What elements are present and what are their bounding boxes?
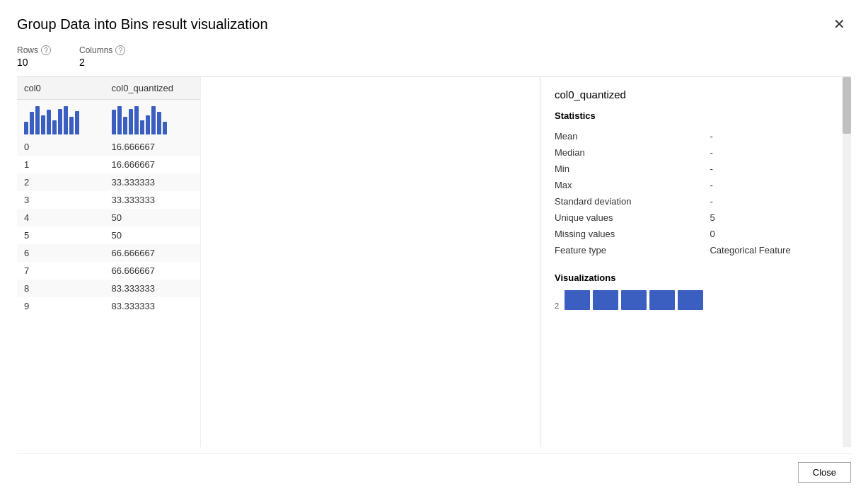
rows-label: Rows ? [17, 45, 51, 55]
stats-column-name: col0_quantized [555, 88, 837, 100]
row-value: 16.666667 [105, 156, 200, 173]
stat-label: Missing values [555, 226, 710, 242]
stat-row: Min- [555, 161, 837, 177]
viz-bar-1 [565, 290, 590, 310]
rows-value: 10 [17, 57, 51, 68]
sparkline-col0 [17, 100, 105, 139]
table-row[interactable]: 666.666667 [17, 244, 200, 262]
table-row[interactable]: 016.666667 [17, 138, 200, 156]
spark-bar [151, 106, 156, 134]
viz-label: 2 [555, 301, 559, 310]
spark-bar [24, 122, 28, 134]
stats-panel: col0_quantized Statistics Mean-Median-Mi… [540, 77, 851, 447]
scrollbar-track[interactable] [843, 77, 851, 447]
row-index: 3 [17, 191, 105, 209]
spark-bar [41, 115, 45, 134]
sparkline-col0q [105, 100, 200, 139]
stat-label: Median [555, 144, 710, 161]
table-row[interactable]: 983.333333 [17, 297, 200, 315]
stat-label: Unique values [555, 209, 710, 226]
spark-bar [117, 106, 122, 134]
stat-value: - [710, 161, 837, 177]
spark-bar [146, 115, 150, 134]
row-index: 4 [17, 209, 105, 226]
row-index: 0 [17, 138, 105, 156]
row-value: 83.333333 [105, 297, 200, 315]
row-index: 9 [17, 297, 105, 315]
spark-bar [140, 120, 144, 134]
row-value: 33.333333 [105, 173, 200, 191]
modal-close-button[interactable]: ✕ [828, 14, 851, 34]
row-index: 2 [17, 173, 105, 191]
stat-row: Missing values0 [555, 226, 837, 242]
table-row[interactable]: 550 [17, 226, 200, 244]
stat-value: 5 [710, 209, 837, 226]
table-row[interactable]: 450 [17, 209, 200, 226]
row-value: 33.333333 [105, 191, 200, 209]
cols-label: Columns ? [79, 45, 125, 55]
table-row[interactable]: 766.666667 [17, 262, 200, 280]
sparkline-row [17, 100, 200, 139]
spark-bar [69, 117, 74, 134]
stat-label: Feature type [555, 242, 710, 258]
spark-bar [30, 112, 34, 134]
spark-bar [134, 106, 139, 134]
table-panel[interactable]: col0 col0_quantized 016 [17, 77, 201, 447]
scrollbar-thumb[interactable] [843, 77, 851, 134]
row-index: 5 [17, 226, 105, 244]
stat-row: Feature typeCategorical Feature [555, 242, 837, 258]
stat-row: Unique values5 [555, 209, 837, 226]
row-index: 7 [17, 262, 105, 280]
spark-bar [112, 110, 116, 134]
cols-meta: Columns ? 2 [79, 45, 125, 68]
modal-footer: Close [17, 453, 851, 483]
content-area: col0 col0_quantized 016 [17, 76, 851, 447]
stat-row: Mean- [555, 128, 837, 144]
row-value: 16.666667 [105, 138, 200, 156]
row-index: 8 [17, 280, 105, 297]
stat-row: Median- [555, 144, 837, 161]
viz-bar-2 [593, 290, 618, 310]
col0q-header[interactable]: col0_quantized [105, 77, 200, 100]
table-row[interactable]: 116.666667 [17, 156, 200, 173]
spark-bar [75, 111, 79, 134]
stat-value: - [710, 177, 837, 193]
meta-row: Rows ? 10 Columns ? 2 [17, 45, 851, 68]
rows-meta: Rows ? 10 [17, 45, 51, 68]
stat-value: Categorical Feature [710, 242, 837, 258]
spark-bar [157, 112, 161, 134]
stat-value: - [710, 144, 837, 161]
statistics-title: Statistics [555, 110, 837, 121]
spark-bar [52, 120, 57, 134]
spark-bar [123, 117, 127, 134]
row-value: 83.333333 [105, 280, 200, 297]
cols-value: 2 [79, 57, 125, 68]
col0-header[interactable]: col0 [17, 77, 105, 100]
row-index: 6 [17, 244, 105, 262]
table-row[interactable]: 333.333333 [17, 191, 200, 209]
spark-bar [58, 109, 62, 134]
stat-label: Standard deviation [555, 193, 710, 209]
viz-section: Visualizations 2 [555, 272, 837, 310]
spark-bar [163, 122, 167, 134]
close-footer-button[interactable]: Close [798, 462, 851, 483]
cols-help-icon[interactable]: ? [115, 45, 125, 55]
visualizations-title: Visualizations [555, 272, 837, 283]
stat-value: 0 [710, 226, 837, 242]
stat-table: Mean-Median-Min-Max-Standard deviation-U… [555, 128, 837, 258]
stat-row: Max- [555, 177, 837, 193]
stat-value: - [710, 128, 837, 144]
stat-label: Mean [555, 128, 710, 144]
middle-space [201, 77, 540, 447]
rows-help-icon[interactable]: ? [41, 45, 51, 55]
stat-label: Min [555, 161, 710, 177]
stat-label: Max [555, 177, 710, 193]
modal-container: Group Data into Bins result visualizatio… [0, 0, 868, 494]
spark-bar [47, 110, 51, 134]
modal-title: Group Data into Bins result visualizatio… [17, 16, 268, 33]
data-table: col0 col0_quantized 016 [17, 77, 200, 315]
table-row[interactable]: 883.333333 [17, 280, 200, 297]
table-row[interactable]: 233.333333 [17, 173, 200, 191]
spark-bar [129, 109, 133, 134]
row-value: 66.666667 [105, 262, 200, 280]
